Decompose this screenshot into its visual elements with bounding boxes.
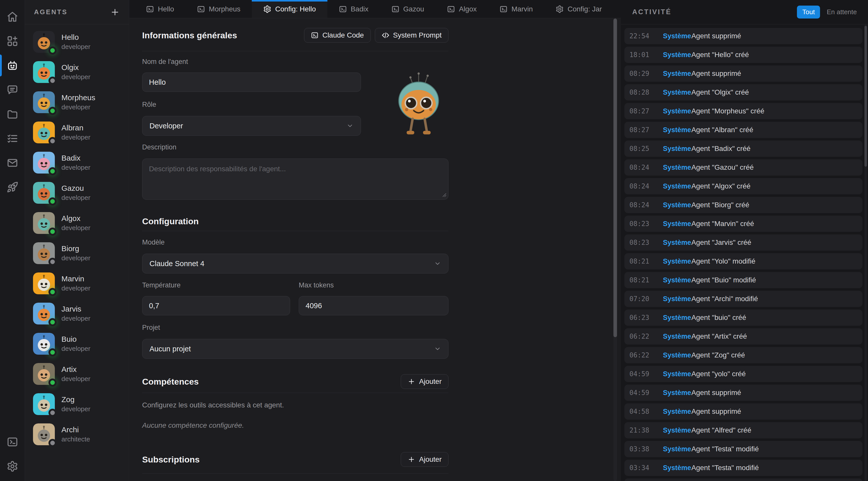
tab-marvin[interactable]: Marvin xyxy=(488,0,544,18)
add-agent-button[interactable] xyxy=(110,7,120,17)
tab-algox[interactable]: Algox xyxy=(436,0,488,18)
agent-role: developer xyxy=(61,285,90,291)
project-select[interactable]: Aucun projet xyxy=(142,339,448,359)
status-badge xyxy=(49,258,57,266)
agent-list-item-hello[interactable]: Hello developer xyxy=(25,27,129,57)
section-divider xyxy=(142,51,448,51)
event-time: 22:54 xyxy=(629,32,663,40)
rail-terminal-button[interactable] xyxy=(0,430,25,454)
agent-list-item-biorg[interactable]: Biorg developer xyxy=(25,238,129,268)
rail-home-button[interactable] xyxy=(0,5,25,29)
section-title-subscriptions: Subscriptions xyxy=(142,455,200,464)
role-value: Developer xyxy=(150,122,183,130)
temperature-input[interactable] xyxy=(142,296,290,315)
agent-list-item-gazou[interactable]: Gazou developer xyxy=(25,178,129,208)
main-scrollbar[interactable] xyxy=(614,19,617,481)
activity-event-row: 06:23 Système Agent "buio" créé xyxy=(624,310,862,326)
rail-agents-button[interactable] xyxy=(0,53,25,77)
event-time: 04:59 xyxy=(629,370,663,378)
tab-badix[interactable]: Badix xyxy=(328,0,380,18)
activity-scrollbar[interactable] xyxy=(864,25,867,481)
system-prompt-button[interactable]: System Prompt xyxy=(375,28,448,43)
rail-settings-button[interactable] xyxy=(0,454,25,478)
tab-hello[interactable]: Hello xyxy=(134,0,186,18)
activity-event-row: 04:58 Système Agent supprimé xyxy=(624,404,862,420)
filter-all-button[interactable]: Tout xyxy=(797,6,820,19)
activity-scrollbar-thumb[interactable] xyxy=(864,26,867,167)
event-message: Agent "Olgix" créé xyxy=(691,88,749,96)
event-time: 06:22 xyxy=(629,351,663,359)
agent-name-input[interactable] xyxy=(142,72,361,92)
description-textarea[interactable] xyxy=(142,159,448,200)
agent-list: Hello developer Olgix developer xyxy=(25,25,129,481)
agent-role: developer xyxy=(61,43,90,50)
activity-event-row: 08:21 Système Agent "Yolo" modifié xyxy=(624,253,862,269)
agent-list-item-artix[interactable]: Artix developer xyxy=(25,359,129,389)
rail-chat-button[interactable] xyxy=(0,77,25,102)
tab-config-jar[interactable]: Config: Jar xyxy=(544,0,613,18)
project-label: Projet xyxy=(142,324,448,331)
event-time: 03:34 xyxy=(629,464,663,472)
status-badge xyxy=(49,409,57,417)
event-message: Agent "Testa" modifié xyxy=(691,464,759,472)
event-time: 08:27 xyxy=(629,126,663,134)
activity-event-row: 22:54 Système Agent supprimé xyxy=(624,28,862,44)
rail-tasks-button[interactable] xyxy=(0,126,25,151)
tab-label: Morpheus xyxy=(209,5,241,13)
claude-code-button[interactable]: Claude Code xyxy=(304,28,371,43)
mail-icon xyxy=(7,157,18,169)
filter-pending-button[interactable]: En attente xyxy=(827,8,857,16)
skills-hint: Configurez les outils accessibles à cet … xyxy=(142,401,448,409)
agent-list-item-morpheus[interactable]: Morpheus developer xyxy=(25,87,129,117)
agent-list-item-zog[interactable]: Zog developer xyxy=(25,389,129,419)
rail-mail-button[interactable] xyxy=(0,151,25,175)
agent-list-item-marvin[interactable]: Marvin developer xyxy=(25,268,129,298)
activity-event-row: 08:27 Système Agent "Morpheus" créé xyxy=(624,103,862,119)
status-badge xyxy=(49,379,57,387)
agent-name: Archi xyxy=(61,426,90,434)
avatar xyxy=(33,61,55,83)
agent-role: developer xyxy=(61,73,90,80)
rail-apps-button[interactable] xyxy=(0,29,25,53)
event-source: Système xyxy=(663,370,691,378)
plus-icon xyxy=(110,7,120,17)
code-icon xyxy=(382,31,389,39)
avatar xyxy=(33,182,55,204)
rail-files-button[interactable] xyxy=(0,102,25,126)
rail-deploy-button[interactable] xyxy=(0,175,25,199)
agent-role: developer xyxy=(61,134,90,140)
agent-role: developer xyxy=(61,376,90,382)
agent-list-item-algox[interactable]: Algox developer xyxy=(25,208,129,238)
agent-role: developer xyxy=(61,255,90,261)
avatar xyxy=(33,272,55,294)
status-badge xyxy=(49,288,57,296)
tab-morpheus[interactable]: Morpheus xyxy=(186,0,252,18)
app-window: AGENTS Hello developer xyxy=(0,0,868,481)
add-skill-button[interactable]: Ajouter xyxy=(401,374,448,389)
event-time: 08:24 xyxy=(629,164,663,171)
activity-event-row: 06:22 Système Agent "Artix" créé xyxy=(624,328,862,345)
event-source: Système xyxy=(663,201,691,209)
tab-config-hello[interactable]: Config: Hello xyxy=(252,0,327,18)
agent-list-item-jarvis[interactable]: Jarvis developer xyxy=(25,298,129,328)
max-tokens-input[interactable] xyxy=(299,296,448,315)
add-subscription-button[interactable]: Ajouter xyxy=(401,452,448,467)
agent-list-item-archi[interactable]: Archi architecte xyxy=(25,419,129,449)
avatar xyxy=(33,31,55,53)
agent-list-item-olgix[interactable]: Olgix developer xyxy=(25,57,129,87)
agent-list-item-badix[interactable]: Badix developer xyxy=(25,148,129,178)
agents-sidebar-header: AGENTS xyxy=(25,0,129,24)
event-time: 08:29 xyxy=(629,70,663,77)
claude-code-label: Claude Code xyxy=(322,31,364,39)
event-time: 04:58 xyxy=(629,408,663,415)
terminal-icon xyxy=(339,5,347,13)
main-scrollbar-thumb[interactable] xyxy=(614,19,617,337)
tab-gazou[interactable]: Gazou xyxy=(380,0,436,18)
agent-list-item-buio[interactable]: Buio developer xyxy=(25,328,129,359)
agent-list-item-albran[interactable]: Albran developer xyxy=(25,117,129,148)
model-select[interactable]: Claude Sonnet 4 xyxy=(142,254,448,274)
role-select[interactable]: Developer xyxy=(142,116,361,136)
event-message: Agent "Gazou" créé xyxy=(691,163,754,171)
activity-event-row xyxy=(624,478,862,481)
avatar xyxy=(33,303,55,324)
